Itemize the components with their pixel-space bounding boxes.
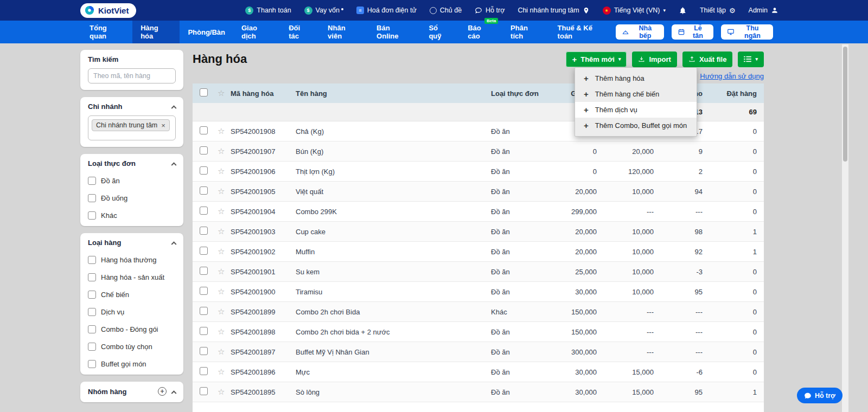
table-row[interactable]: ☆ SP542001902 Muffin Đồ ăn 20,000 10,000… (193, 242, 764, 262)
column-header-name[interactable]: Tên hàng (296, 89, 491, 98)
column-header-ordered[interactable]: Đặt hàng (703, 89, 764, 98)
cashier-button[interactable]: Thu ngân (721, 24, 773, 40)
star-icon[interactable]: ☆ (218, 166, 225, 176)
notifications-button[interactable] (679, 7, 687, 15)
row-checkbox[interactable] (200, 267, 208, 275)
star-icon[interactable]: ☆ (218, 267, 225, 276)
topbar-item-einvoice[interactable]: ≡ Hoá đơn điện tử (356, 7, 417, 14)
table-row[interactable]: ☆ SP542001898 Combo 2h chơi bida + 2 nướ… (193, 322, 764, 342)
remove-branch-icon[interactable]: × (161, 122, 165, 129)
scrollbar-thumb[interactable] (843, 47, 847, 162)
filter-option-hang-hoa-san-xuat[interactable]: Hàng hóa - sản xuất (88, 273, 176, 281)
filter-option-che-bien[interactable]: Chế biến (88, 291, 176, 299)
tab-ban-online[interactable]: Bán Online (368, 21, 420, 43)
menu-item-them-hang-hoa[interactable]: + Thêm hàng hóa (575, 70, 697, 86)
chevron-up-icon[interactable] (171, 162, 177, 168)
topbar-item-branch[interactable]: Chi nhánh trung tâm (518, 7, 589, 14)
chevron-up-icon[interactable] (171, 241, 177, 247)
table-row[interactable]: ☆ SP542001905 Việt quất Đồ ăn 20,000 10,… (193, 182, 764, 202)
table-row[interactable]: ☆ SP542001899 Combo 2h chơi Bida Khác 15… (193, 302, 764, 322)
kiotviet-logo[interactable]: KiotViet (80, 3, 136, 18)
table-row[interactable]: ☆ SP542001906 Thịt lợn (Kg) Đồ ăn 0 120,… (193, 162, 764, 182)
row-checkbox[interactable] (200, 166, 208, 175)
branch-select[interactable]: Chi nhánh trung tâm × (88, 115, 176, 140)
column-header-menu-type[interactable]: Loại thực đơn (491, 89, 545, 98)
checkbox[interactable] (88, 211, 96, 220)
menu-item-them-hang-che-bien[interactable]: + Thêm hàng chế biến (575, 86, 697, 102)
topbar-item-support[interactable]: Hỗ trợ Beta (475, 7, 505, 14)
search-input[interactable] (88, 68, 176, 83)
checkbox[interactable] (88, 360, 96, 368)
tab-phong-ban[interactable]: Phòng/Bàn (180, 21, 233, 43)
tab-tong-quan[interactable]: Tổng quan (81, 21, 132, 43)
row-checkbox[interactable] (200, 347, 208, 355)
kitchen-button[interactable]: Nhà bếp (616, 24, 664, 40)
star-icon[interactable]: ☆ (218, 88, 225, 98)
tab-phan-tich[interactable]: Phân tích (502, 21, 550, 43)
row-checkbox[interactable] (200, 287, 208, 295)
star-icon[interactable]: ☆ (218, 227, 225, 236)
row-checkbox[interactable] (200, 186, 208, 195)
checkbox[interactable] (88, 308, 96, 316)
star-icon[interactable]: ☆ (218, 126, 225, 136)
filter-option-do-uong[interactable]: Đồ uống (88, 194, 176, 202)
row-checkbox[interactable] (200, 327, 208, 335)
topbar-item-settings[interactable]: Thiết lập ⚙ (700, 7, 736, 15)
checkbox[interactable] (88, 325, 96, 333)
checkbox[interactable] (88, 256, 96, 264)
filter-option-do-an[interactable]: Đồ ăn (88, 177, 176, 185)
filter-option-khac[interactable]: Khác (88, 211, 176, 220)
star-icon[interactable]: ☆ (218, 186, 225, 196)
star-icon[interactable]: ☆ (218, 307, 225, 316)
tab-nhan-vien[interactable]: Nhân viên (320, 21, 368, 43)
star-icon[interactable]: ☆ (218, 387, 225, 396)
row-checkbox[interactable] (200, 247, 208, 255)
topbar-item-language[interactable]: ★ Tiếng Việt (VN) ▾ (603, 7, 666, 15)
menu-item-them-combo-buffet[interactable]: + Thêm Combo, Buffet gọi món (575, 118, 697, 133)
select-all-checkbox[interactable] (200, 88, 208, 96)
table-row[interactable]: ☆ SP542001896 Mực Đồ ăn 30,000 15,000 -6… (193, 362, 764, 382)
star-icon[interactable]: ☆ (218, 347, 225, 356)
chevron-up-icon[interactable] (171, 390, 177, 396)
checkbox[interactable] (88, 343, 96, 351)
tab-doi-tac[interactable]: Đối tác (280, 21, 320, 43)
filter-option-buffet-goi-mon[interactable]: Buffet gọi món (88, 360, 176, 368)
star-icon[interactable]: ☆ (218, 287, 225, 296)
star-icon[interactable]: ☆ (218, 207, 225, 216)
table-row[interactable]: ☆ SP542001895 Sò lông Đồ ăn 30,000 15,00… (193, 382, 764, 402)
table-row[interactable]: ☆ SP542001900 Tiramisu Đồ ăn 30,000 10,0… (193, 282, 764, 302)
floating-support-button[interactable]: Hỗ trợ (797, 388, 843, 403)
row-checkbox[interactable] (200, 227, 208, 235)
row-checkbox[interactable] (200, 126, 208, 134)
filter-option-combo-dong-goi[interactable]: Combo - Đóng gói (88, 325, 176, 333)
checkbox[interactable] (88, 194, 96, 202)
page-scrollbar[interactable] (842, 44, 848, 412)
table-row[interactable]: ☆ SP542001904 Combo 299K Đồ ăn 299,000 -… (193, 202, 764, 222)
checkbox[interactable] (88, 177, 96, 185)
row-checkbox[interactable] (200, 207, 208, 215)
checkbox[interactable] (88, 273, 96, 281)
star-icon[interactable]: ☆ (218, 327, 225, 336)
tab-thue-ke-toan[interactable]: Thuế & Kế toán (550, 21, 616, 43)
filter-option-combo-tuy-chon[interactable]: Combo tùy chọn (88, 343, 176, 351)
import-button[interactable]: Import (632, 52, 676, 67)
row-checkbox[interactable] (200, 146, 208, 154)
tab-giao-dich[interactable]: Giao dịch (233, 21, 280, 43)
user-guide-link[interactable]: Hướng dẫn sử dụng (700, 72, 764, 80)
filter-option-hang-hoa-thuong[interactable]: Hàng hóa thường (88, 256, 176, 264)
table-row[interactable]: ☆ SP542001901 Su kem Đồ ăn 25,000 10,000… (193, 262, 764, 282)
row-checkbox[interactable] (200, 367, 208, 375)
topbar-item-loan[interactable]: $ Vay vốn (304, 7, 343, 15)
table-row[interactable]: ☆ SP542001903 Cup cake Đồ ăn 20,000 10,0… (193, 222, 764, 242)
menu-item-them-dich-vu[interactable]: + Thêm dịch vụ (575, 102, 697, 118)
chevron-up-icon[interactable] (171, 105, 177, 111)
column-header-code[interactable]: Mã hàng hóa (231, 89, 296, 98)
add-group-icon[interactable]: + (158, 387, 167, 396)
row-checkbox[interactable] (200, 387, 208, 395)
topbar-item-theme[interactable]: Chủ đề (430, 7, 462, 14)
star-icon[interactable]: ☆ (218, 367, 225, 376)
table-row[interactable]: ☆ SP542001897 Buffet Mỹ Vị Nhân Gian Đồ … (193, 342, 764, 362)
tab-hang-hoa[interactable]: Hàng hóa (132, 21, 180, 43)
column-options-button[interactable]: ▾ (738, 52, 764, 67)
checkbox[interactable] (88, 291, 96, 299)
